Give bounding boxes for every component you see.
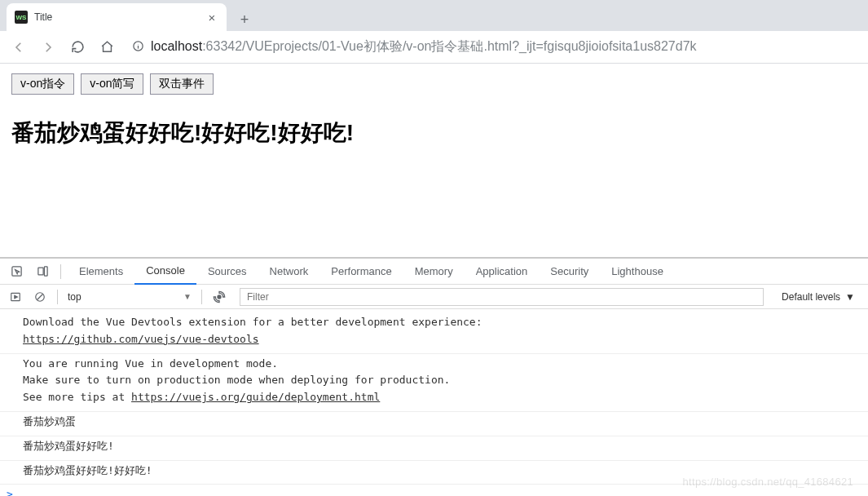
browser-tab[interactable]: WS Title × [7,3,227,31]
page-button-von[interactable]: v-on指令 [11,73,74,95]
browser-tab-strip: WS Title × + [0,0,868,31]
tab-favicon: WS [15,11,28,24]
console-log-area[interactable]: Download the Vue Devtools extension for … [0,309,868,496]
close-tab-icon[interactable]: × [205,11,218,24]
console-log: 番茄炒鸡蛋 [0,412,868,436]
console-link[interactable]: https://github.com/vuejs/vue-devtools [23,333,259,345]
devtools-tab-console[interactable]: Console [134,259,196,285]
devtools-panel: ElementsConsoleSourcesNetworkPerformance… [0,257,868,496]
url-text: localhost:63342/VUEprojects/01-Vue初体验/v-… [151,38,697,55]
divider [60,264,61,279]
url-bar[interactable]: localhost:63342/VUEprojects/01-Vue初体验/v-… [124,35,861,60]
devtools-tab-lighthouse[interactable]: Lighthouse [600,259,675,285]
console-sidebar-toggle-icon[interactable] [5,286,26,308]
svg-rect-5 [44,267,47,276]
page-content: v-on指令 v-on简写 双击事件 番茄炒鸡蛋好好吃!好好吃!好好吃! [0,64,868,257]
divider [201,290,202,304]
devtools-tabs: ElementsConsoleSourcesNetworkPerformance… [68,259,675,285]
device-toolbar-icon[interactable] [31,260,54,283]
tab-title: Title [34,11,199,23]
svg-line-9 [37,294,43,299]
svg-rect-4 [37,268,42,275]
home-button[interactable] [95,35,119,60]
reload-button[interactable] [65,35,90,60]
devtools-tab-sources[interactable]: Sources [196,259,258,285]
console-prompt[interactable]: > [0,485,868,496]
divider [57,290,58,304]
devtools-tab-network[interactable]: Network [258,259,320,285]
log-levels-selector[interactable]: Default levels ▼ [773,291,863,303]
url-path: :63342/VUEprojects/01-Vue初体验/v-on指令基础.ht… [202,39,696,53]
console-log: 番茄炒鸡蛋好好吃! [0,436,868,461]
devtools-tab-application[interactable]: Application [465,259,540,285]
devtools-tab-security[interactable]: Security [539,259,600,285]
page-button-von-short[interactable]: v-on简写 [81,73,143,95]
context-label: top [68,291,82,303]
context-selector[interactable]: top ▼ [64,290,195,304]
svg-rect-3 [11,267,20,276]
browser-toolbar: localhost:63342/VUEprojects/01-Vue初体验/v-… [0,31,868,64]
page-button-dblclick[interactable]: 双击事件 [150,73,214,95]
inspect-element-icon[interactable] [5,260,28,283]
clear-console-icon[interactable] [29,286,51,308]
url-host: localhost [151,39,202,53]
console-link[interactable]: https://vuejs.org/guide/deployment.html [131,391,380,403]
console-log: 番茄炒鸡蛋好好吃!好好吃! [0,461,868,485]
svg-point-10 [217,294,221,299]
chevron-down-icon: ▼ [183,292,192,301]
forward-button[interactable] [36,35,60,60]
console-log: You are running Vue in development mode.… [0,354,868,412]
page-button-row: v-on指令 v-on简写 双击事件 [11,73,857,95]
svg-marker-7 [15,295,17,299]
back-button[interactable] [7,35,31,60]
devtools-tab-elements[interactable]: Elements [68,259,134,285]
levels-label: Default levels [782,291,840,303]
chevron-down-icon: ▼ [845,291,855,303]
filter-input[interactable] [240,288,764,306]
site-info-icon[interactable] [132,40,144,55]
devtools-tab-performance[interactable]: Performance [319,259,403,285]
console-log: Download the Vue Devtools extension for … [0,312,868,354]
live-expression-icon[interactable] [209,286,230,308]
console-toolbar: top ▼ Default levels ▼ [0,285,868,309]
devtools-tab-strip: ElementsConsoleSourcesNetworkPerformance… [0,259,868,285]
devtools-tab-memory[interactable]: Memory [403,259,465,285]
page-heading: 番茄炒鸡蛋好好吃!好好吃!好好吃! [11,117,857,148]
new-tab-button[interactable]: + [233,8,256,31]
